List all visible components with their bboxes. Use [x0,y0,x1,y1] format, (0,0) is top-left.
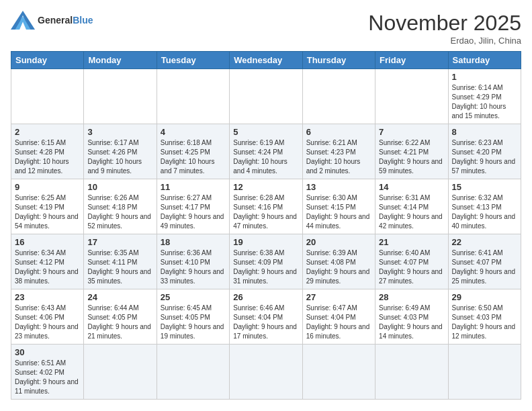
calendar-cell: 6Sunrise: 6:21 AM Sunset: 4:23 PM Daylig… [302,124,375,179]
day-number: 15 [452,182,517,192]
calendar-cell: 1Sunrise: 6:14 AM Sunset: 4:29 PM Daylig… [448,69,521,124]
day-number: 17 [87,237,152,247]
day-number: 5 [233,127,298,137]
day-number: 26 [233,292,298,302]
calendar-week-row: 30Sunrise: 6:51 AM Sunset: 4:02 PM Dayli… [11,345,521,400]
calendar-cell [157,69,229,124]
day-number: 1 [452,72,517,82]
calendar-cell: 9Sunrise: 6:25 AM Sunset: 4:19 PM Daylig… [11,179,84,234]
calendar-cell: 19Sunrise: 6:38 AM Sunset: 4:09 PM Dayli… [230,234,302,289]
day-number: 3 [87,127,152,137]
day-number: 10 [87,182,152,192]
calendar-cell: 27Sunrise: 6:47 AM Sunset: 4:04 PM Dayli… [302,289,375,345]
day-info: Sunrise: 6:15 AM Sunset: 4:28 PM Dayligh… [15,138,80,176]
day-number: 27 [306,292,371,302]
calendar-cell: 24Sunrise: 6:44 AM Sunset: 4:05 PM Dayli… [84,289,157,345]
day-info: Sunrise: 6:43 AM Sunset: 4:06 PM Dayligh… [15,304,80,341]
day-info: Sunrise: 6:17 AM Sunset: 4:26 PM Dayligh… [87,138,152,176]
day-info: Sunrise: 6:22 AM Sunset: 4:21 PM Dayligh… [379,138,444,176]
calendar-cell [375,345,448,400]
location-subtitle: Erdao, Jilin, China [368,36,521,46]
day-number: 6 [306,127,371,137]
calendar-cell [84,345,157,400]
day-info: Sunrise: 6:31 AM Sunset: 4:14 PM Dayligh… [379,193,444,231]
weekday-header-row: SundayMondayTuesdayWednesdayThursdayFrid… [11,52,521,69]
day-number: 29 [452,292,517,302]
logo-text-general: GeneralBlue [38,15,93,26]
calendar-cell: 23Sunrise: 6:43 AM Sunset: 4:06 PM Dayli… [11,289,84,345]
calendar-cell: 18Sunrise: 6:36 AM Sunset: 4:10 PM Dayli… [157,234,229,289]
day-info: Sunrise: 6:47 AM Sunset: 4:04 PM Dayligh… [306,304,371,341]
day-info: Sunrise: 6:19 AM Sunset: 4:24 PM Dayligh… [233,138,298,176]
day-info: Sunrise: 6:35 AM Sunset: 4:11 PM Dayligh… [87,248,152,286]
calendar-table: SundayMondayTuesdayWednesdayThursdayFrid… [11,51,521,400]
calendar-cell [157,345,229,400]
day-number: 18 [161,237,226,247]
calendar-week-row: 2Sunrise: 6:15 AM Sunset: 4:28 PM Daylig… [11,124,521,179]
day-info: Sunrise: 6:50 AM Sunset: 4:03 PM Dayligh… [452,304,517,341]
calendar-cell: 8Sunrise: 6:23 AM Sunset: 4:20 PM Daylig… [448,124,521,179]
weekday-header-wednesday: Wednesday [230,52,302,69]
logo: GeneralBlue [11,11,93,30]
day-info: Sunrise: 6:25 AM Sunset: 4:19 PM Dayligh… [15,193,80,231]
calendar-cell [230,345,302,400]
day-number: 2 [15,127,80,137]
calendar-cell [11,69,84,124]
calendar-week-row: 9Sunrise: 6:25 AM Sunset: 4:19 PM Daylig… [11,179,521,234]
logo-icon [11,11,35,30]
calendar-cell: 13Sunrise: 6:30 AM Sunset: 4:15 PM Dayli… [302,179,375,234]
calendar-cell: 3Sunrise: 6:17 AM Sunset: 4:26 PM Daylig… [84,124,157,179]
day-number: 7 [379,127,444,137]
calendar-cell: 28Sunrise: 6:49 AM Sunset: 4:03 PM Dayli… [375,289,448,345]
calendar-cell: 10Sunrise: 6:26 AM Sunset: 4:18 PM Dayli… [84,179,157,234]
day-info: Sunrise: 6:38 AM Sunset: 4:09 PM Dayligh… [233,248,298,286]
calendar-week-row: 16Sunrise: 6:34 AM Sunset: 4:12 PM Dayli… [11,234,521,289]
day-info: Sunrise: 6:26 AM Sunset: 4:18 PM Dayligh… [87,193,152,231]
day-info: Sunrise: 6:28 AM Sunset: 4:16 PM Dayligh… [233,193,298,231]
day-number: 20 [306,237,371,247]
day-number: 11 [161,182,226,192]
day-number: 24 [87,292,152,302]
title-block: November 2025 Erdao, Jilin, China [368,11,521,46]
weekday-header-thursday: Thursday [302,52,375,69]
calendar-cell: 4Sunrise: 6:18 AM Sunset: 4:25 PM Daylig… [157,124,229,179]
calendar-cell: 26Sunrise: 6:46 AM Sunset: 4:04 PM Dayli… [230,289,302,345]
day-number: 9 [15,182,80,192]
weekday-header-tuesday: Tuesday [157,52,229,69]
day-info: Sunrise: 6:40 AM Sunset: 4:07 PM Dayligh… [379,248,444,286]
calendar-cell [302,69,375,124]
day-number: 22 [452,237,517,247]
day-info: Sunrise: 6:44 AM Sunset: 4:05 PM Dayligh… [87,304,152,341]
day-info: Sunrise: 6:45 AM Sunset: 4:05 PM Dayligh… [161,304,226,341]
day-number: 8 [452,127,517,137]
page-header: GeneralBlue November 2025 Erdao, Jilin, … [11,11,521,46]
calendar-cell: 14Sunrise: 6:31 AM Sunset: 4:14 PM Dayli… [375,179,448,234]
calendar-cell: 21Sunrise: 6:40 AM Sunset: 4:07 PM Dayli… [375,234,448,289]
day-info: Sunrise: 6:51 AM Sunset: 4:02 PM Dayligh… [15,359,80,396]
calendar-cell: 29Sunrise: 6:50 AM Sunset: 4:03 PM Dayli… [448,289,521,345]
day-info: Sunrise: 6:39 AM Sunset: 4:08 PM Dayligh… [306,248,371,286]
calendar-cell [230,69,302,124]
calendar-cell [375,69,448,124]
day-number: 13 [306,182,371,192]
calendar-cell: 2Sunrise: 6:15 AM Sunset: 4:28 PM Daylig… [11,124,84,179]
day-info: Sunrise: 6:34 AM Sunset: 4:12 PM Dayligh… [15,248,80,286]
day-number: 12 [233,182,298,192]
day-info: Sunrise: 6:41 AM Sunset: 4:07 PM Dayligh… [452,248,517,286]
day-number: 14 [379,182,444,192]
day-info: Sunrise: 6:32 AM Sunset: 4:13 PM Dayligh… [452,193,517,231]
day-number: 4 [161,127,226,137]
month-title: November 2025 [368,11,521,36]
day-info: Sunrise: 6:21 AM Sunset: 4:23 PM Dayligh… [306,138,371,176]
weekday-header-saturday: Saturday [448,52,521,69]
day-info: Sunrise: 6:46 AM Sunset: 4:04 PM Dayligh… [233,304,298,341]
day-info: Sunrise: 6:18 AM Sunset: 4:25 PM Dayligh… [161,138,226,176]
calendar-cell: 20Sunrise: 6:39 AM Sunset: 4:08 PM Dayli… [302,234,375,289]
day-number: 23 [15,292,80,302]
calendar-cell: 17Sunrise: 6:35 AM Sunset: 4:11 PM Dayli… [84,234,157,289]
calendar-cell: 16Sunrise: 6:34 AM Sunset: 4:12 PM Dayli… [11,234,84,289]
day-info: Sunrise: 6:23 AM Sunset: 4:20 PM Dayligh… [452,138,517,176]
day-info: Sunrise: 6:30 AM Sunset: 4:15 PM Dayligh… [306,193,371,231]
day-info: Sunrise: 6:27 AM Sunset: 4:17 PM Dayligh… [161,193,226,231]
calendar-cell [302,345,375,400]
